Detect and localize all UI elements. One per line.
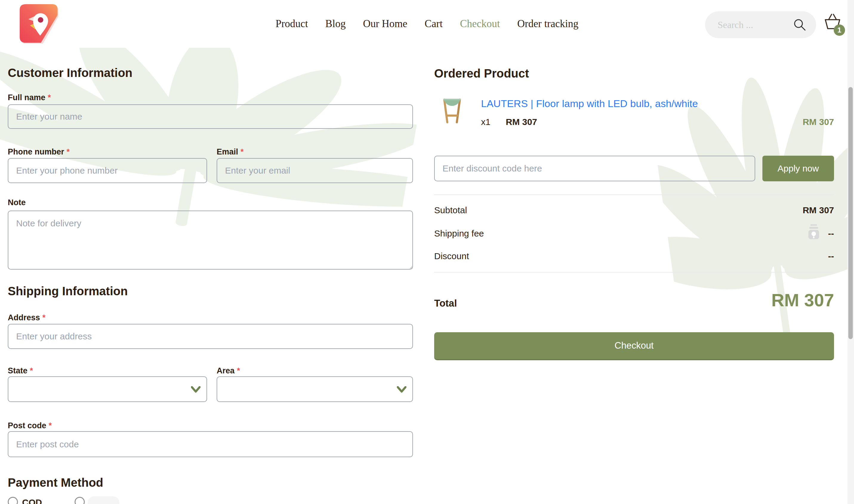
area-select[interactable] (216, 376, 413, 402)
shipping-fee-label: Shipping fee (434, 229, 484, 238)
required-mark: * (48, 93, 51, 102)
nav-checkout[interactable]: Checkout (460, 18, 500, 30)
cart-count-badge: 1 (834, 24, 845, 36)
search-bar (705, 11, 816, 38)
required-mark: * (241, 147, 244, 156)
address-label: Address* (8, 313, 46, 322)
post-code-label: Post code* (8, 421, 52, 430)
discount-code-input[interactable] (434, 156, 755, 181)
customer-info-title: Customer Information (8, 66, 133, 79)
phone-label: Phone number* (8, 147, 70, 157)
required-mark: * (67, 147, 70, 156)
required-mark: * (49, 421, 52, 430)
header: Product Blog Our Home Cart Checkout Orde… (0, 0, 854, 48)
product-line-total: RM 307 (803, 117, 834, 127)
product-thumbnail[interactable] (442, 98, 461, 124)
payment-radio-cod[interactable] (8, 497, 18, 504)
ordered-product-title: Ordered Product (434, 67, 529, 80)
phone-input[interactable] (8, 158, 207, 183)
discount-label: Discount (434, 251, 469, 261)
shipping-fee-value: -- (828, 229, 834, 238)
product-quantity: x1 (481, 117, 491, 127)
main-nav: Product Blog Our Home Cart Checkout Orde… (275, 0, 578, 48)
payment-option-image (88, 496, 119, 504)
state-label: State* (8, 366, 33, 376)
store-logo[interactable] (20, 4, 59, 43)
shipping-info-title: Shipping Information (8, 285, 128, 298)
payment-method-title: Payment Method (8, 476, 103, 489)
state-select[interactable] (8, 376, 207, 402)
total-value: RM 307 (771, 290, 834, 310)
scrollbar-track[interactable] (848, 0, 854, 504)
subtotal-label: Subtotal (434, 205, 467, 215)
search-icon[interactable] (793, 18, 806, 32)
area-label: Area* (216, 366, 240, 376)
payment-radio-2[interactable] (75, 497, 85, 504)
nav-product[interactable]: Product (275, 18, 308, 30)
post-code-input[interactable] (8, 431, 413, 457)
checkout-button[interactable]: Checkout (434, 332, 834, 360)
email-label: Email* (216, 147, 244, 157)
full-name-input[interactable] (8, 104, 413, 129)
payment-option-cod-label: COD (22, 498, 42, 504)
discount-value: -- (828, 251, 834, 261)
summary-divider (434, 195, 834, 195)
address-input[interactable] (8, 324, 413, 349)
total-divider (434, 272, 834, 273)
main-content: Customer Information Full name* Phone nu… (0, 0, 854, 504)
subtotal-value: RM 307 (803, 205, 834, 215)
required-mark: * (30, 366, 33, 375)
required-mark: * (237, 366, 240, 375)
required-mark: * (42, 313, 46, 322)
nav-order-tracking[interactable]: Order tracking (518, 18, 579, 30)
product-name-link[interactable]: LAUTERS | Floor lamp with LED bulb, ash/… (481, 98, 698, 109)
scrollbar-thumb[interactable] (848, 87, 853, 339)
nav-our-home[interactable]: Our Home (363, 18, 407, 30)
nav-blog[interactable]: Blog (325, 18, 346, 30)
email-input[interactable] (216, 158, 413, 183)
nav-cart[interactable]: Cart (424, 18, 442, 30)
product-unit-price: RM 307 (506, 117, 537, 127)
apply-discount-button[interactable]: Apply now (762, 156, 834, 181)
full-name-label: Full name* (8, 93, 51, 102)
checkout-page: Product Blog Our Home Cart Checkout Orde… (0, 0, 854, 504)
note-textarea[interactable] (8, 211, 413, 270)
total-label: Total (434, 298, 457, 309)
shipping-fee-loading-icon (808, 224, 819, 239)
note-label: Note (8, 198, 26, 207)
